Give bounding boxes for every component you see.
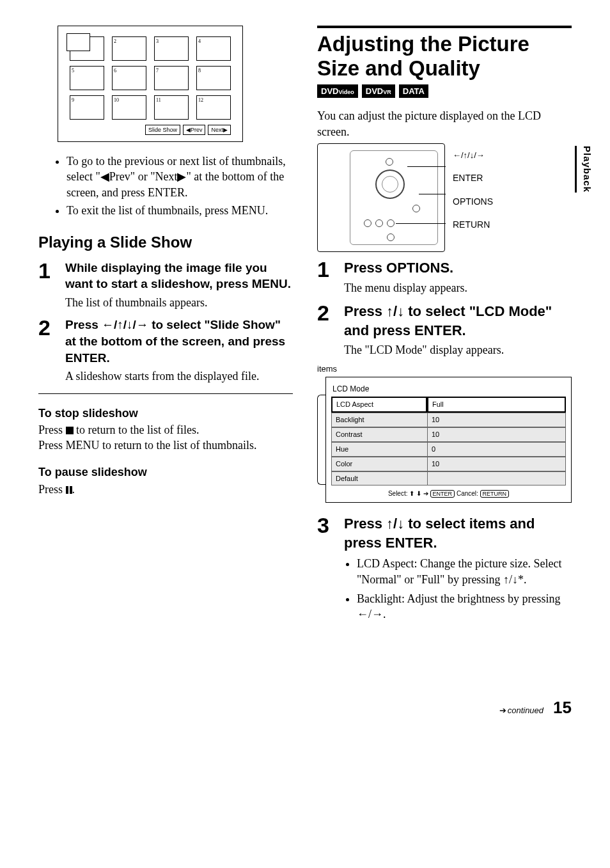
- dpad-icon: [375, 170, 405, 199]
- return-label: RETURN: [453, 213, 493, 236]
- r-step-2: 2 Press ↑/↓ to select "LCD Mode" and pre…: [317, 302, 572, 358]
- step-desc: The "LCD Mode" display appears.: [344, 342, 572, 358]
- lcd-key: Color: [331, 457, 427, 471]
- badge-dvdvideo: DVDVideo: [317, 84, 358, 99]
- right-column: Adjusting the Picture Size and Quality D…: [317, 26, 572, 626]
- items-label: items: [317, 363, 572, 375]
- bullet-item: LCD Aspect: Change the picture size. Sel…: [357, 556, 572, 587]
- stop-text-2: Press MENU to return to the list of thum…: [38, 438, 293, 453]
- next-button[interactable]: Next: [208, 125, 231, 135]
- thumbnail-grid-box: 123456789101112 Slide Show Prev Next: [58, 26, 243, 142]
- thumbnail-tips: To go to the previous or next list of th…: [58, 154, 293, 218]
- r-step-1: 1 Press OPTIONS. The menu display appear…: [317, 258, 572, 296]
- button-dot: [375, 219, 383, 227]
- next-icon: [223, 127, 228, 133]
- thumbnail[interactable]: 11: [154, 95, 189, 120]
- pause-text: Press .: [38, 482, 293, 497]
- intro-text: You can adjust the picture displayed on …: [317, 108, 572, 139]
- section-heading-slideshow: Playing a Slide Show: [38, 232, 293, 253]
- text: Cancel:: [455, 490, 480, 497]
- thumbnail[interactable]: 9: [70, 95, 104, 120]
- thumbnail[interactable]: 3: [154, 36, 189, 61]
- tip-item: To exit the list of thumbnails, press ME…: [66, 203, 293, 218]
- enter-key: ENTER: [430, 490, 455, 498]
- lcd-value: Full: [427, 397, 566, 413]
- lcd-key: Default: [331, 471, 427, 486]
- r-step-3: 3 Press ↑/↓ to select items and press EN…: [317, 514, 572, 626]
- lcd-mode-panel: LCD Mode LCD AspectFullBacklight10Contra…: [325, 377, 572, 503]
- lcd-row[interactable]: Color10: [331, 457, 566, 471]
- lcd-row[interactable]: Backlight10: [331, 413, 566, 427]
- step-number: 1: [317, 258, 335, 296]
- lcd-title: LCD Mode: [332, 384, 565, 394]
- remote-labels: ←/↑/↓/→ENTER OPTIONS RETURN: [453, 143, 493, 237]
- return-key: RETURN: [480, 490, 510, 498]
- pause-heading: To pause slideshow: [38, 464, 293, 480]
- thumbnail[interactable]: 5: [70, 66, 104, 90]
- lcd-row[interactable]: Default: [331, 471, 566, 486]
- continued-label: continued: [499, 706, 544, 715]
- slide-show-button[interactable]: Slide Show: [145, 125, 180, 135]
- lcd-footer: Select: ⬆ ⬇ ➔ ENTER Cancel: RETURN: [331, 489, 566, 498]
- stop-heading: To stop slideshow: [38, 406, 293, 421]
- step-number: 2: [317, 302, 335, 358]
- media-badges: DVDVideo DVDVR DATA: [317, 84, 572, 99]
- thumbnail[interactable]: 6: [112, 66, 146, 90]
- lcd-row[interactable]: LCD AspectFull: [331, 397, 566, 413]
- thumbnail[interactable]: 2: [112, 36, 146, 61]
- button-dot: [386, 158, 393, 166]
- prev-label: Prev: [191, 127, 203, 133]
- lcd-value: 0: [427, 442, 566, 457]
- left-column: 123456789101112 Slide Show Prev Next To …: [38, 26, 293, 626]
- thumbnail[interactable]: 10: [112, 95, 146, 120]
- lcd-row[interactable]: Hue 0: [331, 442, 566, 457]
- stop-text-1: Press to return to the list of files.: [38, 422, 293, 438]
- prev-button[interactable]: Prev: [183, 125, 206, 135]
- thumbnail[interactable]: 1: [70, 36, 104, 61]
- remote-body: [317, 143, 445, 252]
- button-dot: [364, 219, 371, 227]
- pause-icon: [66, 486, 72, 494]
- step-title: Press ←/↑/↓/→ to select "Slide Show" at …: [65, 317, 293, 366]
- lcd-value: 10: [427, 427, 566, 442]
- thumbnail-controls: Slide Show Prev Next: [70, 125, 231, 135]
- step-title: Press ↑/↓ to select "LCD Mode" and press…: [344, 302, 572, 340]
- page-number: 15: [553, 698, 572, 717]
- thumbnail[interactable]: 7: [154, 66, 189, 90]
- lcd-key: Hue: [331, 442, 427, 457]
- step-title: Press ↑/↓ to select items and press ENTE…: [344, 514, 572, 552]
- button-dot: [387, 233, 395, 241]
- text: to return to the list of files.: [76, 423, 199, 436]
- step3-bullets: LCD Aspect: Change the picture size. Sel…: [347, 556, 572, 622]
- badge-dvdvr: DVDVR: [362, 84, 395, 99]
- thumbnail[interactable]: 4: [196, 36, 231, 61]
- step-desc: The list of thumbnails appears.: [65, 295, 293, 310]
- thumbnail[interactable]: 12: [196, 95, 231, 120]
- step-2: 2 Press ←/↑/↓/→ to select "Slide Show" a…: [38, 317, 293, 384]
- button-dot: [387, 219, 395, 227]
- page-footer: continued 15: [38, 697, 572, 719]
- heading-rule: [317, 26, 572, 28]
- bracket-icon: [317, 395, 326, 485]
- text: .: [72, 483, 75, 496]
- dpad-label: ←/↑/↓/→: [453, 150, 485, 160]
- step-number: 3: [317, 514, 335, 626]
- enter-label: ENTER: [453, 173, 483, 183]
- text: Press: [38, 423, 66, 436]
- step-number: 2: [38, 317, 56, 384]
- thumbnail[interactable]: 8: [196, 66, 231, 90]
- lcd-key: LCD Aspect: [331, 397, 427, 413]
- divider: [38, 393, 293, 394]
- remote-illustration: ←/↑/↓/→ENTER OPTIONS RETURN: [317, 143, 572, 252]
- step-title: Press OPTIONS.: [344, 258, 572, 278]
- text: Press: [38, 483, 66, 496]
- lcd-value: [427, 471, 566, 486]
- page-title: Adjusting the Picture Size and Quality: [317, 32, 572, 81]
- lcd-key: Backlight: [331, 413, 427, 427]
- badge-data: DATA: [399, 84, 428, 99]
- step-1: 1 While displaying the image file you wa…: [38, 260, 293, 311]
- text: Select:: [388, 490, 409, 497]
- step-desc: A slideshow starts from the displayed fi…: [65, 368, 293, 384]
- lcd-row[interactable]: Contrast10: [331, 427, 566, 442]
- button-dot: [412, 205, 420, 212]
